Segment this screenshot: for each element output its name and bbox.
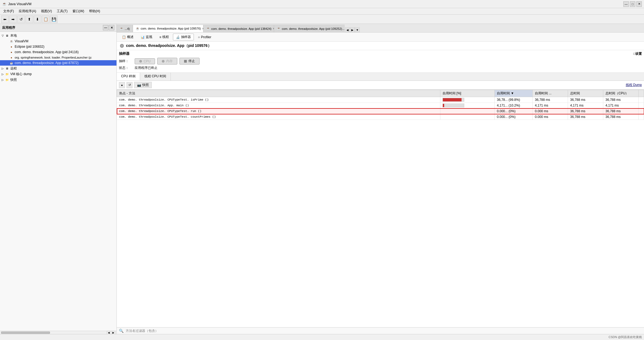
sidebar-item-app87872[interactable]: ☕ com. demo. threadpoolsize. App (pid 87… xyxy=(0,60,116,66)
vmdump-icon: 📁 xyxy=(5,72,9,76)
close-button[interactable]: ✕ xyxy=(636,1,642,7)
status-bar: CSDN @阿昌喜欢吃黄桃 xyxy=(0,334,644,340)
cell-bar-2 xyxy=(440,108,495,114)
sidebar-scroll-right[interactable]: ▶ xyxy=(111,331,115,334)
subtab-monitor[interactable]: 📊 监视 xyxy=(138,34,155,40)
subtab-profiler[interactable]: ○ Profiler xyxy=(195,34,214,40)
sidebar-item-snapshot-label: 快照 xyxy=(10,78,17,82)
toolbar-btn-6[interactable]: 📋 xyxy=(42,15,49,23)
subtab-threads-icon: ≡ xyxy=(159,35,161,39)
sidebar-item-local-label: 本地 xyxy=(10,33,17,38)
profile-status-dot xyxy=(120,44,124,48)
sampler-settings-btn[interactable]: □设置 xyxy=(633,52,642,56)
table-row[interactable]: com. demo. threadpoolsize. CPUTypeTest. … xyxy=(117,108,644,114)
toolbar-btn-2[interactable]: ➡ xyxy=(9,15,17,23)
sidebar-title: 应用程序 xyxy=(2,25,15,30)
subtab-sampler[interactable]: 🔬 抽样器 xyxy=(173,34,194,40)
tab-cpu-samples[interactable]: CPU 样例 xyxy=(117,73,140,81)
subtab-overview[interactable]: 📋 概述 xyxy=(119,34,137,40)
col-self-header[interactable]: 自用时间 ... xyxy=(533,90,568,97)
play-btn[interactable]: ● xyxy=(119,82,125,88)
cpu-sample-button[interactable]: CPU xyxy=(135,58,155,64)
sidebar-item-remote[interactable]: ▷ 🖥 远程 xyxy=(0,66,116,71)
sampler-sampling-label: 抽样： xyxy=(119,59,132,63)
menu-window[interactable]: 窗口(W) xyxy=(70,8,86,14)
filter-input[interactable] xyxy=(126,329,642,333)
cpu-tab-section: CPU 样例 线程 CPU 时间 ● ↺ 📷 快照 线程 Dump xyxy=(117,73,644,90)
thread-dump-label[interactable]: 线程 Dump xyxy=(626,83,642,87)
data-table: 热点 - 方法 自用时间 [%] 自用时间 ▼ 自用时间 ... 总时间 总时间… xyxy=(117,90,644,120)
toolbar-btn-4[interactable]: ⬆ xyxy=(26,15,33,23)
tab-109252[interactable]: ☕ com. demo. threadpoolsize. App (pid 10… xyxy=(274,25,345,32)
table-row[interactable]: com. demo. threadpoolsize. CPUTypeTest. … xyxy=(117,97,644,103)
tab-109252-label: com. demo. threadpoolsize. App (pid 1092… xyxy=(282,27,345,30)
snapshot-btn[interactable]: 📷 快照 xyxy=(134,82,152,88)
menu-app[interactable]: 应用程序(A) xyxy=(17,8,38,14)
cell-selfpct-0: 36,78... (99.8%) xyxy=(495,97,533,103)
toolbar-btn-7[interactable]: 💾 xyxy=(50,15,58,23)
menu-file[interactable]: 文件(F) xyxy=(1,8,16,14)
sampler-title-label: 抽样器 xyxy=(119,51,130,56)
tab-nav-next[interactable]: ▶ xyxy=(350,27,355,32)
subtab-monitor-icon: 📊 xyxy=(141,35,145,39)
cell-selfms-2: 0.000 ms xyxy=(533,108,568,114)
tab-109576[interactable]: ☕ com. demo. threadpoolsize. App (pid 10… xyxy=(133,25,203,32)
tab-nav-prev[interactable]: ◀ xyxy=(345,27,350,32)
title-bar-controls: — □ ✕ xyxy=(623,1,642,7)
toolbar-btn-1[interactable]: ⬅ xyxy=(1,15,9,23)
col-total-header[interactable]: 总时间 xyxy=(568,90,603,97)
mem-btn-label: 内存 xyxy=(166,59,173,63)
tab-prev[interactable]: ☕ ...4) xyxy=(117,25,133,32)
tab-thread-cpu[interactable]: 线程 CPU 时间 xyxy=(140,73,171,81)
expand-remote-icon: ▷ xyxy=(1,67,4,70)
sidebar-item-eclipse-label: Eclipse (pid 106832) xyxy=(15,45,44,49)
spring-icon: ● xyxy=(9,55,14,60)
refresh-btn[interactable]: ↺ xyxy=(127,82,132,88)
col-method-header[interactable]: 热点 - 方法 xyxy=(117,90,440,97)
cell-bar-1 xyxy=(440,103,495,108)
snapshot-icon: 📷 xyxy=(137,83,141,87)
filter-icon: 🔍 xyxy=(119,329,124,333)
toolbar-btn-5[interactable]: ⬇ xyxy=(34,15,41,23)
sidebar-item-vmdump[interactable]: ▷ 📁 VM 核心 dump xyxy=(0,71,116,77)
tab-138424[interactable]: ☕ com. demo. threadpoolsize. App (pid 13… xyxy=(203,25,274,32)
status-text: CSDN @阿昌喜欢吃黄桃 xyxy=(609,335,642,339)
minimize-button[interactable]: — xyxy=(623,1,629,7)
table-container[interactable]: 热点 - 方法 自用时间 [%] 自用时间 ▼ 自用时间 ... 总时间 总时间… xyxy=(117,90,644,327)
subtab-bar: 📋 概述 📊 监视 ≡ 线程 🔬 抽样器 ○ Profiler xyxy=(117,33,644,42)
cpu-btn-label: CPU xyxy=(144,59,150,63)
sidebar-item-visualvm[interactable]: ☕ VisualVM xyxy=(0,39,116,44)
tab-prev-label: ...4) xyxy=(125,27,130,30)
sampler-status-value: 应用程序已终止 xyxy=(135,66,157,70)
sidebar-scrollbar[interactable]: ◀ ▶ xyxy=(0,331,116,334)
sidebar-collapse-btn[interactable]: — xyxy=(103,25,108,30)
stop-button[interactable]: 停止 xyxy=(179,58,200,65)
col-extra-header xyxy=(639,90,644,97)
sidebar-item-snapshot[interactable]: ▷ 📁 快照 xyxy=(0,77,116,83)
sidebar-item-eclipse[interactable]: ● Eclipse (pid 106832) xyxy=(0,44,116,49)
col-selfpct-header[interactable]: 自用时间 ▼ xyxy=(495,90,533,97)
tab-nav-menu[interactable]: ▼ xyxy=(355,27,360,32)
table-row[interactable]: com. demo. threadpoolsize. App. main ()4… xyxy=(117,103,644,108)
menu-help[interactable]: 帮助(H) xyxy=(87,8,102,14)
toolbar-btn-3[interactable]: ↺ xyxy=(17,15,25,23)
col-bar-header[interactable]: 自用时间 [%] xyxy=(440,90,495,97)
cell-total-0: 36,788 ms xyxy=(568,97,603,103)
sidebar-item-remote-label: 远程 xyxy=(10,66,17,71)
sidebar-scroll-left[interactable]: ◀ xyxy=(107,331,111,334)
menu-view[interactable]: 视图(V) xyxy=(39,8,54,14)
memory-sample-button[interactable]: 内存 xyxy=(157,58,177,65)
subtab-threads[interactable]: ≡ 线程 xyxy=(156,34,172,40)
col-totalcpu-header[interactable]: 总时间（CPU） xyxy=(603,90,639,97)
sidebar-close-btn[interactable]: ✕ xyxy=(109,25,114,30)
cell-method-2: com. demo. threadpoolsize. CPUTypeTest. … xyxy=(117,108,440,114)
table-row[interactable]: com. demo. threadpoolsize. CPUTypeTest. … xyxy=(117,114,644,120)
sidebar-item-local[interactable]: ▽ 🖥 本地 xyxy=(0,33,116,39)
maximize-button[interactable]: □ xyxy=(630,1,635,7)
tab-prev-icon: ☕ xyxy=(120,27,124,30)
menu-tools[interactable]: 工具(T) xyxy=(55,8,70,14)
sidebar-item-app24116[interactable]: ● com. demo. threadpoolsize. App (pid 24… xyxy=(0,49,116,55)
cell-extra-2 xyxy=(639,108,644,114)
sidebar-item-spring[interactable]: ● org. springframework. boot. loader. Pr… xyxy=(0,55,116,60)
sidebar-item-visualvm-label: VisualVM xyxy=(15,39,28,43)
